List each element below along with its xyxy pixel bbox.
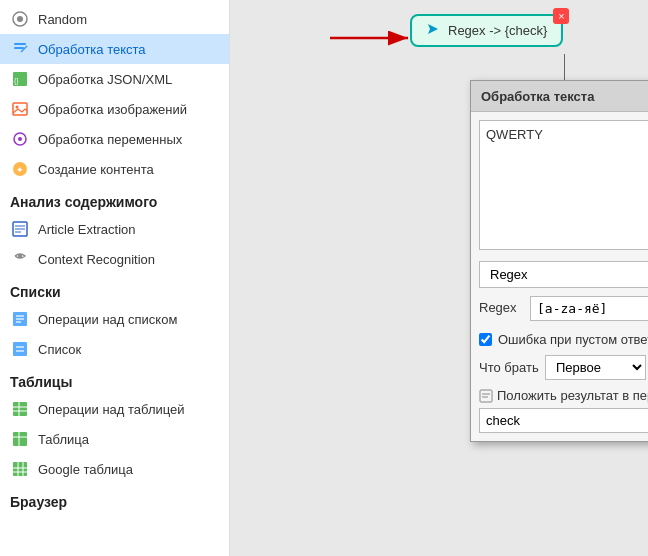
sidebar-item-list-ops[interactable]: Операции над списком [0, 304, 229, 334]
what-row: Что брать Первое Все Последнее [479, 355, 648, 380]
table-ops-icon [10, 399, 30, 419]
what-label: Что брать [479, 360, 539, 375]
error-checkbox[interactable] [479, 333, 492, 346]
section-header-lists: Списки [0, 274, 229, 304]
google-table-icon [10, 459, 30, 479]
dialog-body: QWERTY ▲ ▼ Regex Regex ▲ [471, 112, 648, 441]
sidebar-item-label: Random [38, 12, 87, 27]
sidebar-item-label: Article Extraction [38, 222, 136, 237]
sidebar-item-context[interactable]: Context Recognition [0, 244, 229, 274]
variable-name-input[interactable] [479, 408, 648, 433]
svg-rect-36 [480, 390, 492, 402]
dialog-title: Обработка текста [481, 89, 594, 104]
svg-point-7 [18, 137, 22, 141]
sidebar-item-label: Обработка JSON/XML [38, 72, 172, 87]
sidebar-item-image[interactable]: Обработка изображений [0, 94, 229, 124]
var-section-label: Положить результат в переменную: [479, 388, 648, 403]
var-input-row: ▼ [479, 407, 648, 433]
image-icon [10, 99, 30, 119]
text-processing-dialog: Обработка текста ? × QWERTY ▲ ▼ Regex [470, 80, 648, 442]
sidebar-item-vars[interactable]: Обработка переменных [0, 124, 229, 154]
sidebar-item-label: Операции над таблицей [38, 402, 185, 417]
sidebar-item-label: Context Recognition [38, 252, 155, 267]
sidebar-item-text-processing[interactable]: Обработка текста [0, 34, 229, 64]
sidebar: Random Обработка текста {} Обработка JSO… [0, 0, 230, 556]
context-icon [10, 249, 30, 269]
var-section-icon [479, 389, 493, 403]
sidebar-item-label: Обработка текста [38, 42, 146, 57]
sidebar-item-content[interactable]: ✦ Создание контента [0, 154, 229, 184]
variable-section: Положить результат в переменную: ▼ [479, 388, 648, 433]
node-close-button[interactable]: × [553, 8, 569, 24]
sidebar-item-label: Создание контента [38, 162, 154, 177]
sidebar-item-google-table[interactable]: Google таблица [0, 454, 229, 484]
svg-point-14 [18, 254, 22, 258]
connection-arrow [330, 23, 420, 53]
textarea-container: QWERTY ▲ ▼ [479, 120, 648, 253]
node-label: Regex -> {check} [448, 23, 547, 38]
regex-node[interactable]: Regex -> {check} × [410, 14, 563, 47]
svg-point-5 [16, 106, 19, 109]
section-header-browser: Браузер [0, 484, 229, 514]
sidebar-item-label: Обработка переменных [38, 132, 182, 147]
sidebar-item-table-ops[interactable]: Операции над таблицей [0, 394, 229, 424]
sidebar-item-json[interactable]: {} Обработка JSON/XML [0, 64, 229, 94]
text-processing-icon [10, 39, 30, 59]
sidebar-item-label: Список [38, 342, 81, 357]
what-select[interactable]: Первое Все Последнее [545, 355, 646, 380]
svg-text:✦: ✦ [16, 165, 24, 175]
regex-input[interactable] [530, 296, 648, 321]
main-area: Regex -> {check} × Обработка текста ? × … [230, 0, 648, 556]
vars-icon [10, 129, 30, 149]
svg-point-1 [17, 16, 23, 22]
list-ops-icon [10, 309, 30, 329]
sidebar-item-label: Операции над списком [38, 312, 177, 327]
method-dropdown-row: Regex [479, 261, 648, 288]
svg-rect-19 [13, 342, 27, 356]
sidebar-item-random[interactable]: Random [0, 4, 229, 34]
sidebar-item-table[interactable]: Таблица [0, 424, 229, 454]
section-header-tables: Таблицы [0, 364, 229, 394]
node-tool-icon [426, 22, 440, 39]
dialog-header: Обработка текста ? × [471, 81, 648, 112]
list-icon [10, 339, 30, 359]
regex-label: Regex [479, 296, 524, 315]
regex-input-container [530, 296, 648, 321]
svg-rect-22 [13, 402, 27, 416]
section-header-analysis: Анализ содержимого [0, 184, 229, 214]
regex-field-row: Regex ▲ ▼ [479, 296, 648, 324]
json-icon: {} [10, 69, 30, 89]
svg-rect-29 [13, 462, 27, 476]
error-checkbox-label: Ошибка при пустом ответе [498, 332, 648, 347]
sidebar-item-list[interactable]: Список [0, 334, 229, 364]
sidebar-item-label: Google таблица [38, 462, 133, 477]
random-icon [10, 9, 30, 29]
article-icon [10, 219, 30, 239]
svg-text:{}: {} [14, 77, 19, 85]
content-icon: ✦ [10, 159, 30, 179]
table-icon [10, 429, 30, 449]
sidebar-item-article[interactable]: Article Extraction [0, 214, 229, 244]
error-checkbox-row: Ошибка при пустом ответе [479, 332, 648, 347]
main-textarea[interactable]: QWERTY [479, 120, 648, 250]
method-select[interactable]: Regex [479, 261, 648, 288]
svg-rect-26 [13, 432, 27, 446]
sidebar-item-label: Таблица [38, 432, 89, 447]
sidebar-item-label: Обработка изображений [38, 102, 187, 117]
